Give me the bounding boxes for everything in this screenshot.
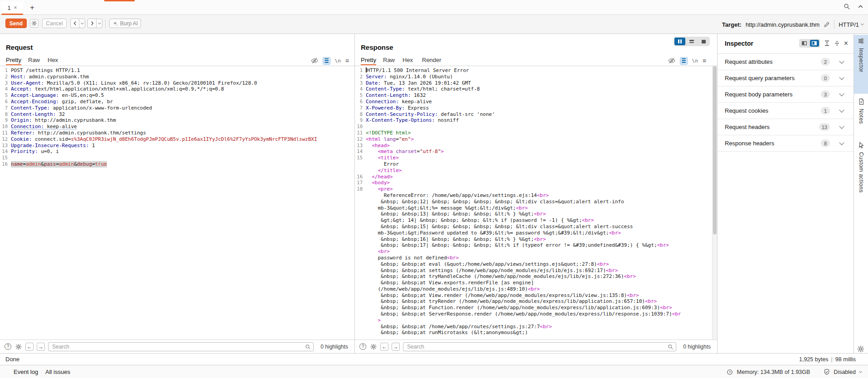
editor-line[interactable]: mb-3&quot;&gt;Password updated to &#39;&…	[355, 230, 712, 236]
search-input[interactable]	[403, 342, 676, 351]
editor-line[interactable]: 18 <pre>	[355, 186, 712, 192]
search-next-button[interactable]: →	[37, 343, 45, 351]
editor-line[interactable]: 10	[355, 124, 712, 130]
editor-line[interactable]: 2Host: admin.cyprusbank.thm	[0, 74, 354, 80]
editor-line[interactable]: &nbsp; &nbsp;at tryHandleCache (/home/we…	[355, 273, 712, 280]
editor-line[interactable]: &nbsp; &nbsp;at runMicrotasks (&lt;anony…	[355, 330, 712, 336]
editor-line[interactable]: 6Accept-Encoding: gzip, deflate, br	[0, 99, 354, 105]
inspector-section-request-query-parameters[interactable]: Request query parameters0	[718, 70, 853, 86]
editor-line[interactable]: &nbsp; &nbsp;at Function.render (/home/w…	[355, 305, 712, 311]
editor-line[interactable]: </title>	[355, 167, 712, 174]
send-button[interactable]: Send	[5, 19, 27, 28]
inspector-section-request-attributes[interactable]: Request attributes2	[718, 54, 853, 70]
collapse-all-icon[interactable]	[824, 40, 830, 46]
editor-line[interactable]: 11<!DOCTYPE html>	[355, 130, 712, 136]
editor-line[interactable]: Error	[355, 161, 712, 167]
editor-line[interactable]: &nbsp; &nbsp;15| &nbsp; &nbsp; &nbsp; &n…	[355, 224, 712, 230]
rail-item-inspector[interactable]: Inspector	[854, 38, 868, 72]
search-prev-button[interactable]: ←	[25, 343, 34, 351]
editor-line[interactable]: 14 <meta charset="utf-8">	[355, 148, 712, 155]
newline-icon[interactable]: \n	[692, 58, 698, 64]
chevron-down-icon[interactable]	[839, 140, 844, 145]
search-input[interactable]	[48, 342, 314, 351]
search-icon[interactable]	[844, 3, 850, 10]
editor-line[interactable]: 1HTTP/1.1 500 Internal Server Error	[355, 67, 712, 74]
editor-line[interactable]: 1POST /settings HTTP/1.1	[0, 67, 354, 74]
editor-line[interactable]: &nbsp; &nbsp;at eval (&quot;/home/web/ap…	[355, 261, 712, 268]
eye-slash-icon[interactable]	[668, 57, 675, 64]
layout-single-button[interactable]	[698, 38, 709, 45]
editor-line[interactable]: 7X-Powered-By: Express	[355, 105, 712, 111]
back-button[interactable]	[70, 19, 79, 28]
editor-line[interactable]: 4Accept: text/html,application/xhtml+xml…	[0, 86, 354, 92]
editor-line[interactable]: 13Upgrade-Insecure-Requests: 1	[0, 143, 354, 149]
pretty-print-icon[interactable]	[680, 57, 688, 65]
editor-line[interactable]: 3User-Agent: Mozilla/5.0 (X11; Linux x86…	[0, 80, 354, 86]
chevron-down-icon[interactable]	[839, 91, 844, 96]
editor-line[interactable]: &nbsp; &nbsp;at View.render (/home/web/a…	[355, 292, 712, 299]
expand-all-icon[interactable]	[834, 40, 840, 46]
editor-line[interactable]: 2Server: nginx/1.14.0 (Ubuntu)	[355, 74, 712, 80]
editor-line[interactable]: 7Content-Type: application/x-www-form-ur…	[0, 105, 354, 111]
editor-line[interactable]: 15 <title>	[355, 155, 712, 161]
menu-icon[interactable]: ≡	[345, 57, 349, 64]
editor-line[interactable]: 5Accept-Language: en-US,en;q=0.5	[0, 92, 354, 99]
repeater-tab-1[interactable]: 1 ×	[1, 2, 23, 14]
chevron-down-icon[interactable]	[839, 124, 844, 129]
editor-line[interactable]: 11Referer: http://admin.cyprusbank.thm/s…	[0, 130, 354, 136]
editor-line[interactable]: 15	[0, 155, 354, 161]
editor-line[interactable]: >	[355, 317, 712, 324]
search-prev-button[interactable]: ←	[380, 343, 388, 351]
newline-icon[interactable]: \n	[335, 58, 341, 64]
send-settings-button[interactable]	[30, 19, 39, 28]
tab-render[interactable]: Render	[422, 57, 441, 63]
tab-hex[interactable]: Hex	[402, 57, 413, 63]
editor-line[interactable]: &nbsp; &nbsp;17| &nbsp; &nbsp; &nbsp; &l…	[355, 242, 712, 249]
inspector-section-request-cookies[interactable]: Request cookies1	[718, 103, 853, 119]
editor-line[interactable]: 9X-Content-Type-Options: nosniff	[355, 117, 712, 124]
tab-pretty[interactable]: Pretty	[6, 57, 21, 63]
request-editor[interactable]: 1POST /settings HTTP/1.12Host: admin.cyp…	[0, 66, 354, 340]
all-issues-button[interactable]: All issues	[45, 368, 70, 375]
help-icon[interactable]: ?	[5, 343, 11, 350]
response-scrollbar[interactable]	[712, 66, 717, 340]
scrollbar-thumb[interactable]	[713, 66, 717, 234]
editor-line[interactable]: password is not defined<br>	[355, 255, 712, 261]
tab-raw[interactable]: Raw	[28, 57, 40, 63]
layout-columns-button[interactable]	[674, 38, 685, 45]
forward-button[interactable]	[87, 19, 96, 28]
tab-hex[interactable]: Hex	[48, 57, 58, 63]
menu-icon[interactable]: ≡	[703, 57, 706, 64]
editor-line[interactable]: 8Content-Length: 32	[0, 111, 354, 118]
editor-line[interactable]: &nbsp; &nbsp;at settings (/home/web/app/…	[355, 268, 712, 274]
editor-line[interactable]: &nbsp; &nbsp;at /home/web/app/routes/set…	[355, 324, 712, 330]
editor-line[interactable]: 13 <head>	[355, 143, 712, 149]
editor-line[interactable]: 12Cookie: connect.sid=s%3AqC0JPR3iwjN_d8…	[0, 136, 354, 143]
new-tab-button[interactable]: +	[27, 3, 37, 13]
burp-ai-button[interactable]: Burp AI	[109, 19, 141, 28]
event-log-button[interactable]: Event log	[14, 368, 38, 375]
editor-line[interactable]: 12<html lang="en">	[355, 136, 712, 143]
editor-line[interactable]: 5Content-Length: 1632	[355, 92, 712, 99]
help-icon[interactable]: ?	[359, 343, 366, 350]
editor-line[interactable]: 9Origin: http://admin.cyprusbank.thm	[0, 117, 354, 124]
chevron-down-icon[interactable]	[839, 58, 844, 63]
inspector-dock-right-button[interactable]	[810, 40, 819, 47]
editor-line[interactable]: &nbsp; &nbsp;13| &nbsp; &nbsp; &nbsp; &l…	[355, 211, 712, 217]
editor-line[interactable]: 14Priority: u=0, i	[0, 148, 354, 155]
layout-rows-button[interactable]	[686, 38, 697, 45]
pencil-icon[interactable]	[824, 21, 830, 28]
inspector-section-request-headers[interactable]: Request headers13	[718, 119, 853, 135]
editor-line[interactable]: 16name=admin&pass=admin&debug=true	[0, 161, 354, 167]
editor-line[interactable]: 3Date: Tue, 13 Jan 2026 19:01:42 GMT	[355, 80, 712, 86]
rail-item-notes[interactable]: Notes	[854, 98, 868, 124]
editor-line[interactable]: &gt;&gt; 14| &nbsp; &nbsp; &nbsp; &lt;% …	[355, 217, 712, 224]
editor-line[interactable]: 8Content-Security-Policy: default-src 'n…	[355, 111, 712, 118]
chevron-down-icon[interactable]	[859, 369, 862, 373]
forward-dropdown-button[interactable]	[96, 19, 102, 28]
editor-line[interactable]: (/home/web/app/node_modules/ejs/lib/ejs.…	[355, 286, 712, 292]
editor-line[interactable]: mb-3&quot;&gt;&lt;%= message %&gt;&lt;/d…	[355, 205, 712, 211]
inspector-section-request-body-parameters[interactable]: Request body parameters3	[718, 86, 853, 103]
inspector-dock-left-button[interactable]	[800, 40, 809, 47]
search-next-button[interactable]: →	[392, 343, 400, 351]
